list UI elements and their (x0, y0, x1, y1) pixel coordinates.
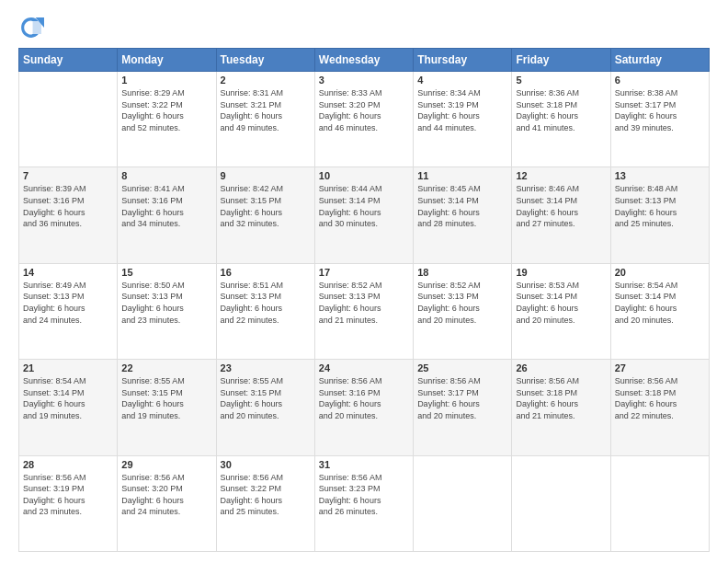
day-cell: 14Sunrise: 8:49 AM Sunset: 3:13 PM Dayli… (19, 263, 118, 359)
day-cell: 16Sunrise: 8:51 AM Sunset: 3:13 PM Dayli… (216, 263, 314, 359)
day-cell: 21Sunrise: 8:54 AM Sunset: 3:14 PM Dayli… (19, 360, 118, 455)
day-number: 6 (615, 75, 705, 86)
day-cell: 22Sunrise: 8:55 AM Sunset: 3:15 PM Dayli… (118, 360, 216, 455)
day-info: Sunrise: 8:50 AM Sunset: 3:13 PM Dayligh… (121, 280, 211, 326)
day-info: Sunrise: 8:38 AM Sunset: 3:17 PM Dayligh… (615, 87, 705, 133)
day-number: 29 (121, 459, 211, 470)
day-info: Sunrise: 8:39 AM Sunset: 3:16 PM Dayligh… (23, 183, 113, 229)
day-cell: 27Sunrise: 8:56 AM Sunset: 3:18 PM Dayli… (610, 360, 709, 455)
day-number: 25 (417, 362, 507, 373)
day-info: Sunrise: 8:45 AM Sunset: 3:14 PM Dayligh… (417, 183, 507, 229)
day-info: Sunrise: 8:55 AM Sunset: 3:15 PM Dayligh… (121, 375, 211, 421)
day-info: Sunrise: 8:56 AM Sunset: 3:17 PM Dayligh… (417, 375, 507, 421)
day-number: 4 (417, 75, 507, 86)
col-tuesday: Tuesday (216, 49, 314, 72)
day-number: 26 (516, 362, 606, 373)
day-number: 15 (121, 267, 211, 278)
day-cell (610, 455, 709, 551)
day-number: 22 (121, 362, 211, 373)
day-cell: 24Sunrise: 8:56 AM Sunset: 3:16 PM Dayli… (314, 360, 413, 455)
day-number: 21 (23, 362, 113, 373)
day-number: 28 (23, 459, 113, 470)
week-row-5: 28Sunrise: 8:56 AM Sunset: 3:19 PM Dayli… (19, 455, 710, 551)
day-info: Sunrise: 8:53 AM Sunset: 3:14 PM Dayligh… (516, 280, 606, 326)
page: Sunday Monday Tuesday Wednesday Thursday… (0, 0, 728, 563)
day-number: 17 (319, 267, 409, 278)
day-info: Sunrise: 8:46 AM Sunset: 3:14 PM Dayligh… (516, 183, 606, 229)
day-info: Sunrise: 8:56 AM Sunset: 3:20 PM Dayligh… (121, 472, 211, 518)
day-cell: 18Sunrise: 8:52 AM Sunset: 3:13 PM Dayli… (414, 263, 512, 359)
day-info: Sunrise: 8:42 AM Sunset: 3:15 PM Dayligh… (221, 183, 311, 229)
day-info: Sunrise: 8:33 AM Sunset: 3:20 PM Dayligh… (319, 87, 409, 133)
col-sunday: Sunday (19, 49, 118, 72)
col-wednesday: Wednesday (314, 49, 413, 72)
day-number: 12 (516, 170, 606, 181)
day-number: 18 (417, 267, 507, 278)
col-thursday: Thursday (414, 49, 512, 72)
day-number: 3 (319, 75, 409, 86)
day-number: 9 (221, 170, 311, 181)
day-number: 16 (221, 267, 311, 278)
day-number: 11 (417, 170, 507, 181)
day-cell: 8Sunrise: 8:41 AM Sunset: 3:16 PM Daylig… (118, 167, 216, 263)
col-monday: Monday (118, 49, 216, 72)
day-cell: 7Sunrise: 8:39 AM Sunset: 3:16 PM Daylig… (19, 167, 118, 263)
logo (18, 15, 48, 40)
day-cell: 6Sunrise: 8:38 AM Sunset: 3:17 PM Daylig… (610, 72, 709, 167)
day-info: Sunrise: 8:56 AM Sunset: 3:18 PM Dayligh… (615, 375, 705, 421)
day-number: 30 (221, 459, 311, 470)
day-info: Sunrise: 8:44 AM Sunset: 3:14 PM Dayligh… (319, 183, 409, 229)
day-cell: 15Sunrise: 8:50 AM Sunset: 3:13 PM Dayli… (118, 263, 216, 359)
day-info: Sunrise: 8:49 AM Sunset: 3:13 PM Dayligh… (23, 280, 113, 326)
day-number: 8 (121, 170, 211, 181)
day-cell: 3Sunrise: 8:33 AM Sunset: 3:20 PM Daylig… (314, 72, 413, 167)
week-row-1: 1Sunrise: 8:29 AM Sunset: 3:22 PM Daylig… (19, 72, 710, 167)
day-info: Sunrise: 8:54 AM Sunset: 3:14 PM Dayligh… (23, 375, 113, 421)
day-number: 7 (23, 170, 113, 181)
day-cell: 17Sunrise: 8:52 AM Sunset: 3:13 PM Dayli… (314, 263, 413, 359)
day-cell: 11Sunrise: 8:45 AM Sunset: 3:14 PM Dayli… (414, 167, 512, 263)
day-info: Sunrise: 8:54 AM Sunset: 3:14 PM Dayligh… (615, 280, 705, 326)
day-info: Sunrise: 8:36 AM Sunset: 3:18 PM Dayligh… (516, 87, 606, 133)
day-number: 31 (319, 459, 409, 470)
day-info: Sunrise: 8:56 AM Sunset: 3:19 PM Dayligh… (23, 472, 113, 518)
day-cell: 10Sunrise: 8:44 AM Sunset: 3:14 PM Dayli… (314, 167, 413, 263)
day-cell: 23Sunrise: 8:55 AM Sunset: 3:15 PM Dayli… (216, 360, 314, 455)
header (18, 15, 710, 40)
day-info: Sunrise: 8:52 AM Sunset: 3:13 PM Dayligh… (417, 280, 507, 326)
logo-icon (18, 15, 44, 40)
day-number: 2 (221, 75, 311, 86)
day-number: 27 (615, 362, 705, 373)
day-cell: 12Sunrise: 8:46 AM Sunset: 3:14 PM Dayli… (512, 167, 610, 263)
day-cell: 19Sunrise: 8:53 AM Sunset: 3:14 PM Dayli… (512, 263, 610, 359)
day-number: 1 (121, 75, 211, 86)
day-info: Sunrise: 8:56 AM Sunset: 3:16 PM Dayligh… (319, 375, 409, 421)
day-cell (414, 455, 512, 551)
week-row-2: 7Sunrise: 8:39 AM Sunset: 3:16 PM Daylig… (19, 167, 710, 263)
day-number: 24 (319, 362, 409, 373)
day-cell: 25Sunrise: 8:56 AM Sunset: 3:17 PM Dayli… (414, 360, 512, 455)
col-saturday: Saturday (610, 49, 709, 72)
day-number: 20 (615, 267, 705, 278)
week-row-4: 21Sunrise: 8:54 AM Sunset: 3:14 PM Dayli… (19, 360, 710, 455)
day-number: 19 (516, 267, 606, 278)
day-cell: 9Sunrise: 8:42 AM Sunset: 3:15 PM Daylig… (216, 167, 314, 263)
day-cell: 5Sunrise: 8:36 AM Sunset: 3:18 PM Daylig… (512, 72, 610, 167)
day-cell: 31Sunrise: 8:56 AM Sunset: 3:23 PM Dayli… (314, 455, 413, 551)
day-number: 13 (615, 170, 705, 181)
day-cell: 2Sunrise: 8:31 AM Sunset: 3:21 PM Daylig… (216, 72, 314, 167)
day-info: Sunrise: 8:52 AM Sunset: 3:13 PM Dayligh… (319, 280, 409, 326)
calendar-table: Sunday Monday Tuesday Wednesday Thursday… (18, 48, 710, 552)
day-info: Sunrise: 8:48 AM Sunset: 3:13 PM Dayligh… (615, 183, 705, 229)
day-info: Sunrise: 8:56 AM Sunset: 3:18 PM Dayligh… (516, 375, 606, 421)
day-cell: 4Sunrise: 8:34 AM Sunset: 3:19 PM Daylig… (414, 72, 512, 167)
day-info: Sunrise: 8:56 AM Sunset: 3:23 PM Dayligh… (319, 472, 409, 518)
day-cell: 30Sunrise: 8:56 AM Sunset: 3:22 PM Dayli… (216, 455, 314, 551)
day-cell (19, 72, 118, 167)
day-info: Sunrise: 8:51 AM Sunset: 3:13 PM Dayligh… (221, 280, 311, 326)
day-number: 23 (221, 362, 311, 373)
week-row-3: 14Sunrise: 8:49 AM Sunset: 3:13 PM Dayli… (19, 263, 710, 359)
col-friday: Friday (512, 49, 610, 72)
day-cell: 20Sunrise: 8:54 AM Sunset: 3:14 PM Dayli… (610, 263, 709, 359)
day-number: 14 (23, 267, 113, 278)
